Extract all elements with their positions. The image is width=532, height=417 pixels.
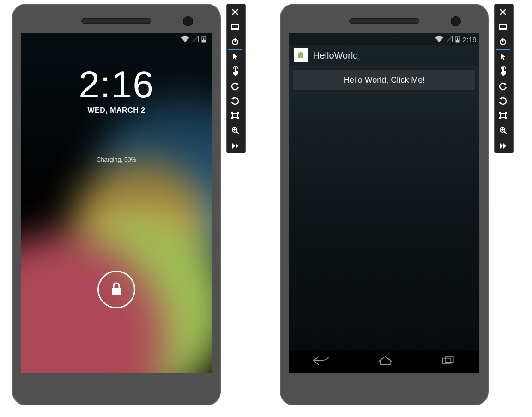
toolbar-touch-button[interactable] xyxy=(496,64,510,78)
emulator-device-left: 2:16 WED, MARCH 2 Charging, 50% xyxy=(12,4,221,405)
toolbar-power-button[interactable] xyxy=(228,35,242,48)
click-me-button[interactable]: Hello World, Click Me! xyxy=(293,69,476,91)
rotate-ccw-icon xyxy=(230,81,240,91)
app-launcher-icon xyxy=(294,48,308,62)
rotate-cw-icon xyxy=(230,96,240,105)
lockscreen-charging-text: Charging, 50% xyxy=(21,156,212,163)
touch-icon xyxy=(498,66,508,76)
toolbar-screenshot-button[interactable] xyxy=(228,109,242,122)
svg-point-10 xyxy=(302,52,302,53)
more-icon xyxy=(230,140,240,150)
more-icon xyxy=(498,140,508,150)
toolbar-zoom-button[interactable] xyxy=(496,123,510,137)
cursor-icon xyxy=(230,52,240,61)
device-screen-app[interactable]: 2:19 HelloWorld Hello World, Click Me! xyxy=(289,33,479,373)
screenshot-icon xyxy=(498,111,508,120)
device-screen-lockscreen[interactable]: 2:16 WED, MARCH 2 Charging, 50% xyxy=(21,33,212,373)
close-icon xyxy=(230,7,240,17)
svg-rect-11 xyxy=(442,358,451,364)
svg-rect-8 xyxy=(298,54,303,58)
click-me-button-label: Hello World, Click Me! xyxy=(344,75,425,85)
toolbar-close-button[interactable] xyxy=(496,5,510,19)
lock-icon xyxy=(110,281,123,298)
zoom-icon xyxy=(498,126,508,135)
app-root: 2:19 HelloWorld Hello World, Click Me! xyxy=(289,33,479,373)
toolbar-close-button[interactable] xyxy=(228,5,242,19)
app-title: HelloWorld xyxy=(313,50,358,61)
lockscreen-content: 2:16 WED, MARCH 2 Charging, 50% xyxy=(21,33,212,373)
toolbar-window-button[interactable] xyxy=(496,20,510,34)
emulator-device-right: 2:19 HelloWorld Hello World, Click Me! xyxy=(280,4,489,405)
screenshot-icon xyxy=(230,111,240,120)
android-nav-bar xyxy=(289,350,479,373)
toolbar-more-button[interactable] xyxy=(496,138,510,152)
window-icon xyxy=(230,22,240,31)
status-bar: 2:19 xyxy=(289,33,479,45)
toolbar-rotate-ccw-button[interactable] xyxy=(496,79,510,93)
toolbar-zoom-button[interactable] xyxy=(228,123,242,137)
battery-charging-icon xyxy=(455,36,460,43)
toolbar-power-button[interactable] xyxy=(496,35,510,48)
toolbar-touch-button[interactable] xyxy=(228,64,242,78)
nav-back-button[interactable] xyxy=(313,356,329,368)
signal-icon xyxy=(446,36,453,42)
svg-rect-5 xyxy=(457,36,459,36)
toolbar-rotate-ccw-button[interactable] xyxy=(228,79,242,93)
svg-point-9 xyxy=(299,52,300,53)
toolbar-screenshot-button[interactable] xyxy=(496,109,510,122)
earpiece xyxy=(349,18,419,24)
rotate-ccw-icon xyxy=(498,81,508,91)
toolbar-window-button[interactable] xyxy=(228,20,242,34)
touch-icon xyxy=(230,66,240,76)
cursor-icon xyxy=(498,52,508,61)
nav-home-button[interactable] xyxy=(377,356,393,368)
emulator-toolbar-left xyxy=(226,4,246,153)
front-camera xyxy=(183,16,193,26)
window-icon xyxy=(498,22,508,31)
rotate-cw-icon xyxy=(498,96,508,105)
svg-rect-3 xyxy=(112,288,121,295)
power-icon xyxy=(230,37,240,46)
earpiece xyxy=(81,18,151,24)
lockscreen-clock-date: WED, MARCH 2 xyxy=(21,106,212,115)
app-action-bar: HelloWorld xyxy=(289,45,479,66)
wifi-icon xyxy=(435,36,443,42)
nav-recents-button[interactable] xyxy=(441,356,456,368)
toolbar-more-button[interactable] xyxy=(228,138,242,152)
toolbar-cursor-button[interactable] xyxy=(228,49,242,63)
lockscreen-unlock-button[interactable] xyxy=(97,271,135,308)
power-icon xyxy=(498,37,508,46)
zoom-icon xyxy=(230,126,240,135)
close-icon xyxy=(498,7,508,17)
lockscreen-clock-time: 2:16 xyxy=(21,66,212,103)
toolbar-rotate-cw-button[interactable] xyxy=(496,94,510,108)
toolbar-rotate-cw-button[interactable] xyxy=(228,94,242,108)
emulator-toolbar-right xyxy=(494,4,514,153)
svg-rect-12 xyxy=(445,357,453,362)
toolbar-cursor-button[interactable] xyxy=(496,49,510,63)
front-camera xyxy=(451,16,461,26)
status-bar-time: 2:19 xyxy=(463,36,477,43)
